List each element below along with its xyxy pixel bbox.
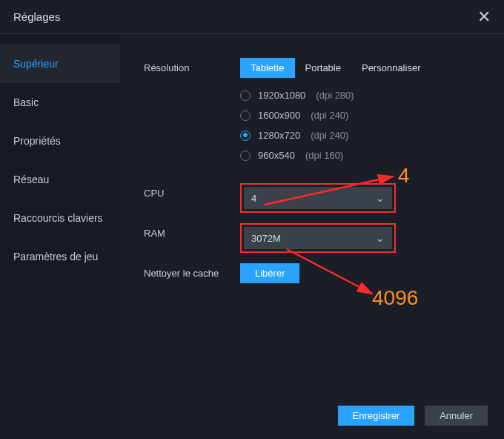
ram-field: 3072M ⌄: [240, 223, 504, 253]
resolution-field: Tablette Portable Personnaliser 1920x108…: [240, 58, 504, 165]
window-title: Réglages: [13, 10, 60, 23]
radio-size: 960x540: [258, 150, 295, 161]
radio-960x540[interactable]: 960x540 (dpi 160): [240, 145, 504, 165]
cpu-field: 4 ⌄: [240, 183, 504, 213]
titlebar: Réglages ✕: [0, 0, 504, 34]
radio-dpi: (dpi 280): [316, 90, 354, 101]
radio-1600x900[interactable]: 1600x900 (dpi 240): [240, 105, 504, 125]
sidebar-item-parametres-jeu[interactable]: Paramètres de jeu: [0, 237, 120, 276]
radio-size: 1600x900: [258, 110, 300, 121]
ram-value: 3072M: [251, 233, 281, 244]
cpu-label: CPU: [144, 183, 240, 199]
chevron-down-icon: ⌄: [376, 232, 385, 244]
tab-portable[interactable]: Portable: [295, 58, 351, 78]
cpu-dropdown[interactable]: 4 ⌄: [244, 187, 392, 209]
row-ram: RAM 3072M ⌄: [144, 223, 504, 253]
sidebar-item-basic[interactable]: Basic: [0, 83, 120, 122]
resolution-radios: 1920x1080 (dpi 280) 1600x900 (dpi 240) 1…: [240, 85, 504, 165]
resolution-tabs: Tablette Portable Personnaliser: [240, 58, 504, 78]
liberer-button[interactable]: Libérer: [240, 263, 299, 283]
cpu-value: 4: [251, 193, 256, 204]
row-resolution: Résolution Tablette Portable Personnalis…: [144, 58, 504, 165]
radio-icon: [240, 151, 251, 161]
radio-dpi: (dpi 240): [311, 110, 348, 121]
content: Résolution Tablette Portable Personnalis…: [120, 34, 504, 439]
radio-dpi: (dpi 160): [305, 150, 343, 161]
radio-size: 1280x720: [258, 130, 300, 141]
chevron-down-icon: ⌄: [376, 192, 385, 204]
ram-highlight: 3072M ⌄: [240, 223, 396, 253]
ram-dropdown[interactable]: 3072M ⌄: [244, 227, 392, 249]
cache-label: Nettoyer le cache: [144, 263, 240, 279]
row-cpu: CPU 4 ⌄: [144, 183, 504, 213]
body: Supérieur Basic Propriétés Réseau Raccou…: [0, 34, 504, 439]
sidebar-item-proprietes[interactable]: Propriétés: [0, 122, 120, 160]
resolution-label: Résolution: [144, 58, 240, 73]
sidebar-item-superieur[interactable]: Supérieur: [0, 44, 120, 83]
radio-1280x720[interactable]: 1280x720 (dpi 240): [240, 125, 504, 145]
radio-icon: [240, 90, 251, 101]
tab-tablette[interactable]: Tablette: [240, 58, 295, 78]
save-button[interactable]: Enregistrer: [338, 406, 415, 426]
sidebar: Supérieur Basic Propriétés Réseau Raccou…: [0, 34, 120, 439]
annotation-ram-target: 4096: [372, 286, 418, 310]
radio-dpi: (dpi 240): [311, 130, 348, 141]
close-icon[interactable]: ✕: [477, 7, 491, 27]
ram-label: RAM: [144, 223, 240, 239]
row-cache: Nettoyer le cache Libérer: [144, 263, 504, 283]
cancel-button[interactable]: Annuler: [425, 406, 488, 426]
cache-field: Libérer: [240, 263, 504, 283]
tab-personnaliser[interactable]: Personnaliser: [351, 58, 431, 78]
radio-icon: [240, 110, 251, 121]
sidebar-item-raccourcis[interactable]: Raccourcis claviers: [0, 199, 120, 237]
cpu-highlight: 4 ⌄: [240, 183, 396, 213]
footer: Enregistrer Annuler: [338, 406, 488, 426]
radio-icon: [240, 131, 251, 141]
radio-1920x1080[interactable]: 1920x1080 (dpi 280): [240, 85, 504, 105]
radio-size: 1920x1080: [258, 90, 305, 101]
sidebar-item-reseau[interactable]: Réseau: [0, 160, 120, 199]
